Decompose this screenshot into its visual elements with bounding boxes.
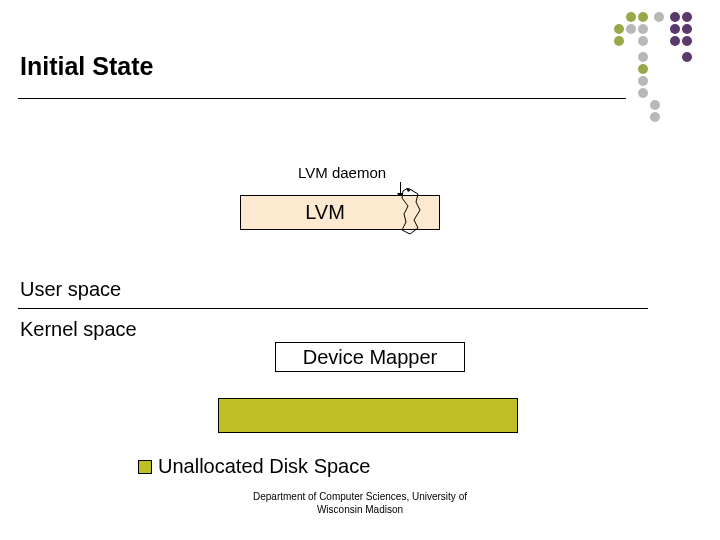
legend: Unallocated Disk Space [138, 455, 370, 478]
device-mapper-label: Device Mapper [303, 346, 438, 369]
lvm-daemon-label: LVM daemon [298, 164, 386, 181]
device-mapper-box: Device Mapper [275, 342, 465, 372]
footer: Department of Computer Sciences, Univers… [0, 490, 720, 516]
footer-line-1: Department of Computer Sciences, Univers… [0, 490, 720, 503]
slide-title: Initial State [20, 52, 153, 81]
footer-line-2: Wisconsin Madison [0, 503, 720, 516]
title-underline [18, 98, 626, 99]
legend-swatch [138, 460, 152, 474]
kernel-space-label: Kernel space [20, 318, 137, 341]
corner-decoration [570, 12, 690, 132]
disk-space-bar [218, 398, 518, 433]
user-space-label: User space [20, 278, 121, 301]
squiggle-icon [398, 188, 428, 238]
space-divider [18, 308, 648, 309]
legend-label: Unallocated Disk Space [158, 455, 370, 478]
lvm-box-label: LVM [305, 201, 345, 224]
